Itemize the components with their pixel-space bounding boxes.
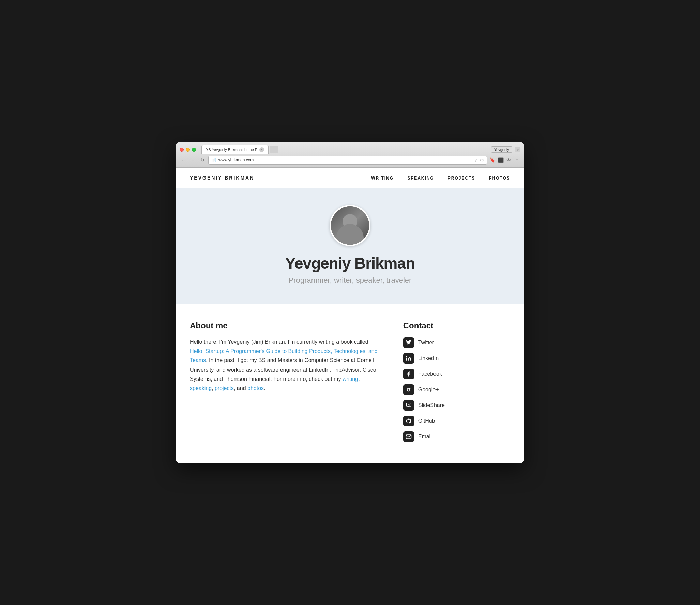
active-tab[interactable]: YB Yevgeniy Brikman: Home P × bbox=[201, 145, 269, 154]
minimize-traffic-light[interactable] bbox=[186, 148, 190, 152]
photos-link[interactable]: photos bbox=[247, 385, 264, 391]
site-logo[interactable]: YEVGENIY BRIKMAN bbox=[190, 175, 254, 181]
star-icon[interactable]: ⚙ bbox=[480, 158, 484, 163]
hero-section: Yevgeniy Brikman Programmer, writer, spe… bbox=[176, 188, 524, 304]
svg-point-0 bbox=[406, 356, 407, 357]
bookmark-icon[interactable]: ☆ bbox=[474, 158, 478, 163]
github-icon bbox=[403, 416, 414, 426]
about-body: Hello there! I'm Yevgeniy (Jim) Brikman.… bbox=[190, 337, 383, 393]
slideshare-label: SlideShare bbox=[418, 402, 445, 408]
nav-projects[interactable]: PROJECTS bbox=[448, 176, 475, 181]
slideshare-icon bbox=[403, 400, 414, 411]
forward-button[interactable]: → bbox=[189, 156, 197, 164]
writing-link[interactable]: writing bbox=[343, 376, 358, 382]
nav-speaking[interactable]: SPEAKING bbox=[407, 176, 434, 181]
contact-twitter[interactable]: Twitter bbox=[403, 337, 510, 348]
tab-title: YB Yevgeniy Brikman: Home P bbox=[206, 148, 257, 152]
contact-section: Contact Twitter bbox=[403, 321, 510, 442]
linkedin-icon bbox=[403, 353, 414, 364]
speaking-link[interactable]: speaking bbox=[190, 385, 212, 391]
contact-googleplus[interactable]: Google+ bbox=[403, 384, 510, 395]
browser-toolbar: ← → ↻ 📄 www.ybrikman.com ☆ ⚙ 🔖 ⬛ 👁 ≡ bbox=[176, 154, 524, 167]
traffic-lights bbox=[180, 148, 196, 152]
contact-github[interactable]: GitHub bbox=[403, 416, 510, 426]
about-section: About me Hello there! I'm Yevgeniy (Jim)… bbox=[190, 321, 383, 442]
facebook-icon bbox=[403, 369, 414, 379]
address-icons: ☆ ⚙ bbox=[474, 158, 484, 163]
facebook-label: Facebook bbox=[418, 371, 442, 377]
browser-titlebar: YB Yevgeniy Brikman: Home P × + Yevgeniy… bbox=[176, 142, 524, 154]
browser-chrome: YB Yevgeniy Brikman: Home P × + Yevgeniy… bbox=[176, 142, 524, 168]
tab-close-button[interactable]: × bbox=[259, 147, 264, 152]
ext-icon-2[interactable]: ⬛ bbox=[497, 157, 504, 164]
ext-icon-3[interactable]: 👁 bbox=[505, 157, 512, 164]
avatar bbox=[330, 205, 370, 246]
nav-photos[interactable]: PHOTOS bbox=[489, 176, 510, 181]
github-label: GitHub bbox=[418, 418, 435, 424]
main-content: About me Hello there! I'm Yevgeniy (Jim)… bbox=[176, 304, 524, 463]
about-title: About me bbox=[190, 321, 383, 330]
about-text-part1: Hello there! I'm Yevgeniy (Jim) Brikman.… bbox=[190, 339, 368, 345]
nav-writing[interactable]: WRITING bbox=[371, 176, 394, 181]
contact-facebook[interactable]: Facebook bbox=[403, 369, 510, 379]
contact-slideshare[interactable]: SlideShare bbox=[403, 400, 510, 411]
reload-button[interactable]: ↻ bbox=[199, 156, 206, 164]
page-icon: 📄 bbox=[211, 158, 216, 162]
site-content: YEVGENIY BRIKMAN WRITING SPEAKING PROJEC… bbox=[176, 168, 524, 463]
contact-title: Contact bbox=[403, 321, 510, 330]
site-nav: YEVGENIY BRIKMAN WRITING SPEAKING PROJEC… bbox=[176, 168, 524, 188]
url-text: www.ybrikman.com bbox=[218, 158, 472, 162]
contact-email[interactable]: Email bbox=[403, 431, 510, 442]
email-icon bbox=[403, 431, 414, 442]
hero-tagline: Programmer, writer, speaker, traveler bbox=[190, 276, 510, 285]
contact-linkedin[interactable]: LinkedIn bbox=[403, 353, 510, 364]
site-menu: WRITING SPEAKING PROJECTS PHOTOS bbox=[371, 175, 510, 181]
new-tab-button[interactable]: + bbox=[270, 146, 278, 153]
tab-bar: YB Yevgeniy Brikman: Home P × + bbox=[201, 145, 488, 154]
browser-window: YB Yevgeniy Brikman: Home P × + Yevgeniy… bbox=[176, 142, 524, 463]
browser-menu[interactable]: ≡ bbox=[514, 157, 520, 164]
googleplus-icon bbox=[403, 384, 414, 395]
projects-link[interactable]: projects bbox=[215, 385, 234, 391]
linkedin-label: LinkedIn bbox=[418, 355, 439, 361]
back-button[interactable]: ← bbox=[180, 156, 187, 164]
profile-button[interactable]: Yevgeniy bbox=[491, 146, 512, 153]
browser-extensions: 🔖 ⬛ 👁 ≡ bbox=[489, 157, 520, 164]
profile-label: Yevgeniy bbox=[494, 148, 509, 152]
twitter-label: Twitter bbox=[418, 340, 434, 346]
maximize-traffic-light[interactable] bbox=[192, 148, 196, 152]
email-label: Email bbox=[418, 434, 432, 440]
ext-icon-1[interactable]: 🔖 bbox=[489, 157, 496, 164]
googleplus-label: Google+ bbox=[418, 387, 439, 393]
contact-list: Twitter LinkedIn bbox=[403, 337, 510, 442]
expand-button[interactable]: ⤢ bbox=[515, 147, 520, 152]
close-traffic-light[interactable] bbox=[180, 148, 184, 152]
hero-name: Yevgeniy Brikman bbox=[190, 254, 510, 273]
twitter-icon bbox=[403, 337, 414, 348]
avatar-image bbox=[331, 206, 369, 245]
address-bar[interactable]: 📄 www.ybrikman.com ☆ ⚙ bbox=[208, 156, 487, 165]
